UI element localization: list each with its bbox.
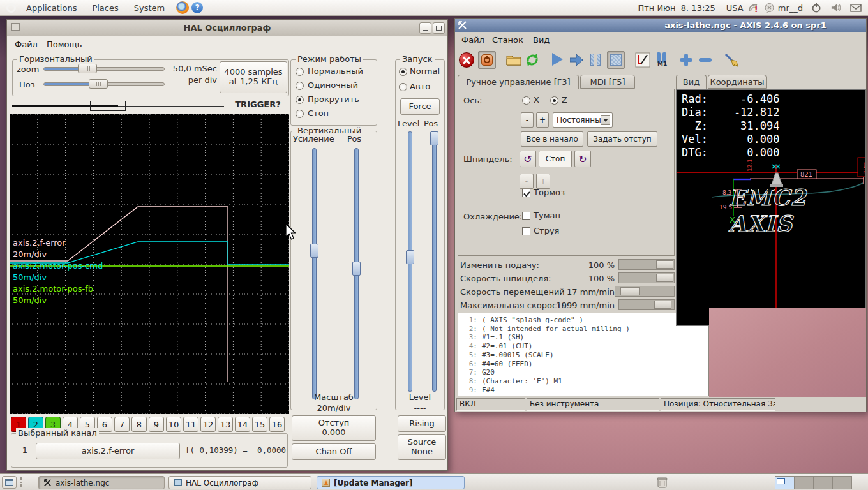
axis-app-icon[interactable] [458, 20, 467, 30]
spindle-ccw-button[interactable]: ↺ [520, 151, 536, 167]
spindle-faster-button[interactable]: + [536, 174, 550, 189]
radio-single-mode-label[interactable]: Одиночный [308, 80, 358, 90]
radio-roll-mode-label[interactable]: Прокрутить [308, 94, 359, 104]
chat-status-icon[interactable] [764, 2, 775, 13]
jog-plus-button[interactable]: + [536, 112, 549, 128]
channel-button-13[interactable]: 13 [218, 417, 233, 432]
trigger-source-button[interactable]: Source None [398, 434, 446, 460]
optional-stop-m1-icon[interactable]: M1 [655, 52, 670, 68]
toggle-skip-lines-icon[interactable] [635, 52, 650, 70]
selected-signal-button[interactable]: axis.2.f-error [36, 443, 180, 459]
workspace-switcher[interactable] [775, 476, 852, 489]
zoom-out-icon[interactable] [699, 54, 712, 66]
jog-speed-slider[interactable] [615, 286, 675, 297]
chan-off-button[interactable]: Chan Off [292, 443, 376, 460]
force-trigger-button[interactable]: Force [400, 98, 440, 115]
spindle-override-slider[interactable] [618, 272, 675, 283]
gcode-line[interactable]: 7:G20 [458, 368, 708, 377]
trigger-level-handle[interactable] [406, 250, 414, 264]
trigger-position-marker[interactable] [117, 98, 117, 114]
trash-icon[interactable] [656, 476, 668, 490]
radio-stop-mode[interactable] [296, 110, 304, 118]
maximize-button[interactable] [433, 22, 445, 34]
radio-trigger-normal[interactable] [399, 68, 407, 76]
zoom-slider[interactable] [43, 67, 165, 71]
machine-power-button[interactable] [478, 51, 496, 69]
keyboard-layout-indicator[interactable]: USA [726, 3, 744, 13]
scope-menu-file[interactable]: Файл [15, 40, 38, 49]
tab-dro[interactable]: Координаты [708, 75, 767, 89]
spindle-slower-button[interactable]: - [520, 174, 534, 189]
run-program-icon[interactable] [552, 53, 563, 66]
channel-button-14[interactable]: 14 [235, 417, 250, 432]
workspace-2[interactable] [795, 477, 814, 489]
gcode-line[interactable]: 3:#1=.1 (SH) [458, 333, 708, 342]
channel-button-15[interactable]: 15 [252, 417, 267, 432]
jog-mode-dropdown[interactable]: Постоянный [553, 112, 613, 128]
zoom-in-icon[interactable] [680, 54, 692, 66]
radio-trigger-normal-label[interactable]: Normal [410, 66, 440, 76]
gcode-line[interactable]: 2:( Not intended for actual milling ) [458, 325, 708, 334]
spindle-cw-button[interactable]: ↻ [574, 151, 591, 167]
gcode-line[interactable]: 1:( AXIS "splash g-code" ) [458, 316, 708, 325]
channel-button-7[interactable]: 7 [114, 417, 130, 432]
channel-button-8[interactable]: 8 [131, 417, 147, 432]
channel-button-16[interactable]: 16 [269, 417, 285, 432]
trigger-pos-handle[interactable] [430, 131, 438, 145]
gcode-line[interactable]: 5:#3=.00015 (SCALE) [458, 351, 708, 360]
tab-preview[interactable]: Вид [676, 75, 707, 89]
radio-single-mode[interactable] [296, 82, 304, 90]
scope-menu-help[interactable]: Помощь [47, 40, 82, 49]
axis-titlebar[interactable]: axis-lathe.ngc - AXIS 2.4.6 on spr1 [455, 19, 866, 32]
radio-axis-x[interactable] [522, 96, 530, 105]
trigger-question-label[interactable]: TRIGGER? [230, 100, 285, 109]
reload-icon[interactable] [525, 53, 539, 69]
firefox-launcher-icon[interactable] [176, 1, 189, 14]
edge-button[interactable]: Rising [398, 415, 446, 432]
radio-normal-mode[interactable] [296, 68, 304, 76]
channel-button-12[interactable]: 12 [200, 417, 216, 432]
radio-normal-mode-label[interactable]: Нормальный [308, 66, 363, 76]
stop-program-button[interactable] [607, 51, 625, 69]
menu-places[interactable]: Places [84, 0, 126, 16]
radio-trigger-auto-label[interactable]: Авто [410, 82, 430, 91]
brake-label[interactable]: Тормоз [534, 188, 565, 197]
trigger-window-box[interactable] [90, 101, 126, 111]
gcode-line[interactable]: 6:#4=60 (FEED) [458, 360, 708, 369]
channel-button-10[interactable]: 10 [166, 417, 181, 432]
radio-trigger-auto[interactable] [399, 83, 407, 91]
flood-checkbox[interactable] [522, 227, 530, 235]
taskbar-item-halscope[interactable]: HAL Осциллограф [168, 476, 311, 489]
mail-envelope-icon[interactable] [850, 2, 862, 13]
radio-axis-z[interactable] [550, 96, 558, 105]
jog-minus-button[interactable]: - [521, 112, 534, 128]
tab-manual-control[interactable]: Ручное управление [F3] [458, 75, 579, 89]
scope-display[interactable]: axis.2.f-error 20m/div axis.2.motor-pos-… [10, 114, 289, 414]
touch-off-button[interactable]: Задать отступ [587, 131, 657, 147]
panel-clock[interactable]: Птн Июн 8, 13:25 [638, 3, 715, 13]
gcode-line[interactable]: 9:F#4 [458, 386, 708, 395]
username-indicator[interactable]: mr__d [778, 3, 803, 13]
halscope-titlebar[interactable]: HAL Осциллограф [7, 20, 447, 36]
run-step-icon[interactable] [570, 54, 584, 68]
gcode-listing[interactable]: 1:( AXIS "splash g-code" ) 2:( Not inten… [458, 313, 709, 396]
spindle-stop-button[interactable]: Стоп [539, 151, 572, 167]
help-launcher-icon[interactable]: ? [191, 2, 203, 13]
radio-roll-mode[interactable] [296, 96, 304, 104]
axis-menu-view[interactable]: Вид [533, 35, 550, 45]
taskbar-handle[interactable] [20, 477, 22, 487]
mist-checkbox[interactable] [522, 212, 530, 220]
clear-plot-broom-icon[interactable] [723, 52, 740, 70]
tab-mdi[interactable]: MDI [F5] [580, 75, 635, 89]
workspace-3[interactable] [814, 477, 833, 489]
menu-applications[interactable]: Applications [19, 0, 84, 16]
channel-button-9[interactable]: 9 [149, 417, 164, 432]
trigger-pos-slider[interactable] [432, 131, 437, 392]
ubuntu-logo-icon[interactable] [6, 3, 16, 13]
home-all-button[interactable]: Все в начало [521, 131, 583, 147]
hpos-slider[interactable] [43, 82, 165, 86]
radio-axis-x-label[interactable]: X [534, 95, 539, 105]
axis-menu-file[interactable]: Файл [461, 35, 484, 45]
gain-slider[interactable] [312, 148, 317, 399]
radio-axis-z-label[interactable]: Z [562, 95, 567, 105]
